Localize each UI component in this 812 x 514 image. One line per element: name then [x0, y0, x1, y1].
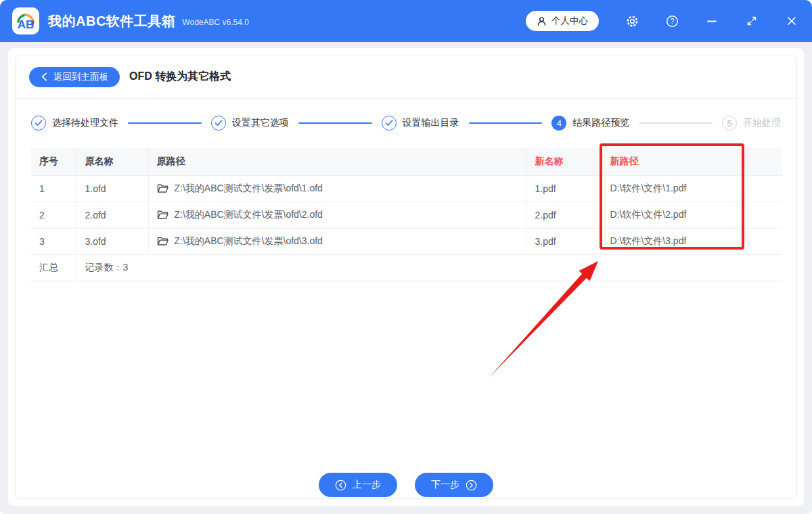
content-panel: 返回到主面板 OFD 转换为其它格式 选择待处理文件	[15, 55, 797, 499]
cell-filler	[747, 202, 782, 228]
step-check-icon	[382, 116, 397, 131]
next-step-button[interactable]: 下一步	[415, 473, 493, 497]
step-result-preview: 4 结果路径预览	[551, 116, 629, 131]
svg-text:?: ?	[670, 18, 674, 25]
cell-new-path: D:\软件\文件\1.pdf	[602, 175, 747, 202]
step-check-icon	[31, 116, 46, 131]
page-title: OFD 转换为其它格式	[129, 70, 231, 84]
step-select-files: 选择待处理文件	[31, 116, 118, 131]
old-path-text: Z:\我的ABC测试文件\发票\ofd\1.ofd	[175, 183, 323, 195]
wizard-steps: 选择待处理文件 设置其它选项 设置输出目录	[16, 99, 796, 131]
app-title: 我的ABC软件工具箱	[48, 12, 175, 30]
app-logo-icon: AB	[12, 7, 39, 34]
previous-step-label: 上一步	[353, 479, 381, 491]
col-header-filler	[747, 148, 782, 175]
step-connector	[128, 122, 202, 124]
maximize-button[interactable]	[745, 14, 759, 28]
app-version: WodeABC v6.54.0	[182, 18, 249, 27]
step-label: 设置其它选项	[232, 117, 289, 129]
panel-header: 返回到主面板 OFD 转换为其它格式	[16, 55, 796, 99]
back-to-dashboard-button[interactable]: 返回到主面板	[29, 67, 120, 87]
summary-record-count: 记录数：3	[76, 254, 782, 281]
step-label: 结果路径预览	[572, 117, 629, 129]
next-step-label: 下一步	[431, 479, 459, 491]
summary-label: 汇总	[31, 254, 76, 281]
table-row: 2 2.ofd Z:\我的ABC测试文件\发票\ofd\2.ofd	[31, 202, 782, 228]
person-icon	[537, 16, 547, 26]
cell-old-path: Z:\我的ABC测试文件\发票\ofd\2.ofd	[148, 202, 526, 228]
open-folder-icon	[157, 210, 168, 220]
summary-row: 汇总 记录数：3	[31, 254, 782, 281]
cell-new-path: D:\软件\文件\2.pdf	[602, 202, 747, 228]
table-row: 3 3.ofd Z:\我的ABC测试文件\发票\ofd\3.ofd	[31, 228, 782, 254]
table-header-row: 序号 原名称 原路径 新名称 新路径	[31, 148, 782, 175]
step-check-icon	[211, 116, 226, 131]
col-header-old-name: 原名称	[76, 148, 148, 175]
cell-new-path: D:\软件\文件\3.pdf	[602, 228, 747, 254]
step-number: 5	[722, 116, 737, 131]
cell-filler	[747, 175, 782, 202]
step-label: 开始处理	[743, 117, 781, 129]
step-other-options: 设置其它选项	[211, 116, 289, 131]
step-connector	[469, 122, 543, 124]
content-card: 返回到主面板 OFD 转换为其它格式 选择待处理文件	[8, 48, 804, 506]
step-start-processing: 5 开始处理	[722, 116, 781, 131]
settings-gear-icon[interactable]	[625, 14, 639, 28]
step-connector	[298, 122, 372, 124]
cell-index: 1	[31, 175, 76, 202]
cell-index: 2	[31, 202, 76, 228]
open-folder-icon	[157, 236, 168, 246]
help-icon[interactable]: ?	[665, 14, 679, 28]
panel-footer: 上一步 下一步	[16, 473, 796, 498]
cell-old-path: Z:\我的ABC测试文件\发票\ofd\3.ofd	[148, 228, 526, 254]
previous-step-button[interactable]: 上一步	[319, 473, 397, 497]
step-output-dir: 设置输出目录	[382, 116, 459, 131]
old-path-text: Z:\我的ABC测试文件\发票\ofd\2.ofd	[175, 209, 323, 221]
result-preview-table: 序号 原名称 原路径 新名称 新路径 1 1.ofd	[31, 148, 782, 281]
page-body: 返回到主面板 OFD 转换为其它格式 选择待处理文件	[0, 42, 812, 514]
step-label: 设置输出目录	[403, 117, 459, 129]
cell-new-name: 2.pdf	[526, 202, 602, 228]
table-row: 1 1.ofd Z:\我的ABC测试文件\发票\ofd\1.ofd	[31, 175, 782, 202]
cell-old-path: Z:\我的ABC测试文件\发票\ofd\1.ofd	[148, 175, 526, 202]
cell-new-name: 1.pdf	[526, 175, 602, 202]
open-folder-icon	[157, 183, 168, 193]
step-label: 选择待处理文件	[52, 117, 118, 129]
col-header-index: 序号	[31, 148, 76, 175]
profile-label: 个人中心	[551, 15, 588, 27]
close-button[interactable]	[785, 14, 798, 28]
col-header-new-path: 新路径	[602, 148, 747, 175]
col-header-new-name: 新名称	[526, 148, 602, 175]
chevron-left-icon	[41, 72, 48, 81]
svg-text:AB: AB	[18, 18, 35, 31]
col-header-old-path: 原路径	[148, 148, 526, 175]
old-path-text: Z:\我的ABC测试文件\发票\ofd\3.ofd	[175, 235, 323, 248]
circle-chevron-left-icon	[335, 480, 346, 491]
profile-button[interactable]: 个人中心	[526, 11, 599, 31]
app-window: AB 我的ABC软件工具箱 WodeABC v6.54.0 个人中心	[0, 0, 812, 514]
minimize-button[interactable]	[705, 14, 719, 28]
circle-chevron-right-icon	[466, 480, 477, 491]
cell-filler	[747, 228, 782, 254]
cell-old-name: 1.ofd	[76, 175, 148, 202]
cell-old-name: 3.ofd	[76, 228, 148, 254]
cell-index: 3	[31, 228, 76, 254]
cell-new-name: 3.pdf	[526, 228, 602, 254]
cell-old-name: 2.ofd	[76, 202, 148, 228]
titlebar: AB 我的ABC软件工具箱 WodeABC v6.54.0 个人中心	[0, 0, 812, 42]
step-connector	[639, 122, 713, 124]
step-number: 4	[551, 116, 566, 131]
back-button-label: 返回到主面板	[53, 71, 108, 83]
